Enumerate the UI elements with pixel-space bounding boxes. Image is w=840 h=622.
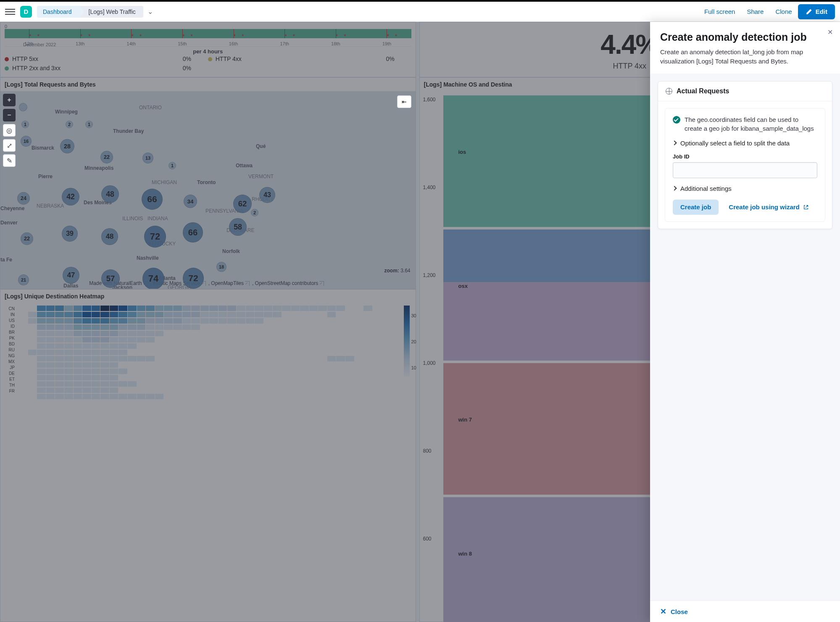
close-icon[interactable]: ✕ <box>824 26 836 38</box>
map-toolbar: + − ◎ ⤢ ✎ <box>3 94 16 167</box>
chevron-down-icon[interactable]: ⌄ <box>147 8 153 16</box>
additional-settings-accordion[interactable]: Additional settings <box>673 185 817 192</box>
jobid-label: Job ID <box>673 153 817 160</box>
geo-check-text: The geo.coordinates field can be used to… <box>685 115 817 133</box>
breadcrumb-current: [Logs] Web Traffic <box>79 6 143 18</box>
chevron-right-icon <box>672 140 677 145</box>
share-link[interactable]: Share <box>747 8 764 15</box>
clone-link[interactable]: Clone <box>775 8 792 15</box>
card-title: Actual Requests <box>677 87 729 95</box>
flyout-close-button[interactable]: ✕ Close <box>660 607 830 616</box>
flyout-description: Create an anomaly detection lat_long job… <box>660 47 830 66</box>
zoom-out-button[interactable]: − <box>3 109 16 121</box>
check-icon <box>673 116 680 124</box>
pencil-icon <box>806 8 812 15</box>
breadcrumb: Dashboard [Logs] Web Traffic <box>37 6 143 18</box>
map-legend-toggle[interactable]: ⇤ <box>397 95 411 108</box>
actual-requests-card: Actual Requests The geo.coordinates fiel… <box>658 81 832 229</box>
edit-button-label: Edit <box>816 8 827 15</box>
zoom-in-button[interactable]: + <box>3 94 16 106</box>
edit-button[interactable]: Edit <box>798 4 835 19</box>
chevron-right-icon <box>672 186 677 190</box>
jobid-input[interactable] <box>673 162 817 178</box>
app-header: D Dashboard [Logs] Web Traffic ⌄ Full sc… <box>0 2 840 22</box>
tools-button[interactable]: ✎ <box>3 154 16 167</box>
flyout-title: Create anomaly detection job <box>660 31 830 43</box>
external-link-icon <box>803 204 809 210</box>
breadcrumb-dashboard[interactable]: Dashboard <box>37 6 79 18</box>
app-badge[interactable]: D <box>20 6 32 18</box>
create-job-button[interactable]: Create job <box>673 200 719 215</box>
locate-button[interactable]: ◎ <box>3 124 16 137</box>
create-job-wizard-link[interactable]: Create job using wizard <box>729 203 808 211</box>
globe-icon <box>666 88 672 95</box>
create-job-flyout: ✕ Create anomaly detection job Create an… <box>650 22 840 622</box>
hamburger-menu-icon[interactable] <box>5 7 15 17</box>
close-icon: ✕ <box>660 607 666 616</box>
split-field-accordion[interactable]: Optionally select a field to split the d… <box>673 140 817 147</box>
fullscreen-map-button[interactable]: ⤢ <box>3 139 16 152</box>
fullscreen-link[interactable]: Full screen <box>704 8 735 15</box>
